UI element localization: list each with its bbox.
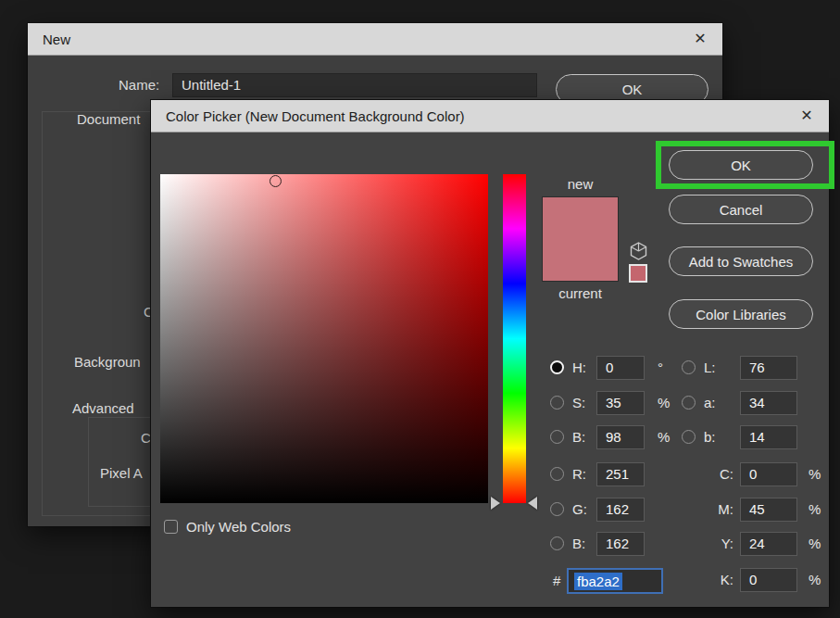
lab-b-input[interactable]: 14 xyxy=(740,425,797,449)
yellow-input[interactable]: 24 xyxy=(740,532,797,556)
lab-a-radio[interactable] xyxy=(682,396,696,410)
green-input[interactable]: 162 xyxy=(596,498,645,522)
hex-hash-label: # xyxy=(553,573,560,588)
lab-a-label: a: xyxy=(704,395,740,410)
black-field-row: K: 0 % xyxy=(682,567,821,592)
magenta-field-row: M: 45 % xyxy=(682,497,821,522)
color-picker-titlebar[interactable]: Color Picker (New Document Background Co… xyxy=(151,100,829,132)
blue-input[interactable]: 162 xyxy=(596,532,645,556)
red-radio[interactable] xyxy=(550,467,564,481)
black-unit: % xyxy=(809,572,821,587)
web-color-warning-cube-icon[interactable] xyxy=(630,242,647,260)
new-current-color-swatch[interactable] xyxy=(542,196,619,282)
color-picker-title: Color Picker (New Document Background Co… xyxy=(151,108,465,124)
only-web-colors-checkbox[interactable] xyxy=(164,520,178,534)
black-label: K: xyxy=(704,572,740,587)
magenta-unit: % xyxy=(809,501,821,517)
close-icon[interactable]: ✕ xyxy=(797,107,816,125)
blue-label: B: xyxy=(572,536,596,551)
add-to-swatches-button[interactable]: Add to Swatches xyxy=(669,246,813,276)
saturation-unit: % xyxy=(658,395,670,410)
swatch-current-label: current xyxy=(542,285,619,301)
saturation-field-row: S: 35 % xyxy=(550,390,670,415)
lab-l-field-row: L: 76 xyxy=(682,355,797,380)
yellow-field-row: Y: 24 % xyxy=(682,531,821,556)
lab-b-field-row: b: 14 xyxy=(682,424,797,449)
lab-a-field-row: a: 34 xyxy=(682,390,797,415)
color-field[interactable] xyxy=(160,174,488,503)
brightness-input[interactable]: 98 xyxy=(596,425,645,449)
name-label: Name: xyxy=(119,77,159,93)
background-contents-label: Backgroun xyxy=(74,354,141,370)
cyan-unit: % xyxy=(809,466,821,482)
red-label: R: xyxy=(572,466,596,482)
green-label: G: xyxy=(572,501,596,517)
hue-input[interactable]: 0 xyxy=(596,356,645,380)
lab-a-input[interactable]: 34 xyxy=(740,391,797,415)
photoshop-workspace: New ✕ Name: Untitled-1 OK Document C Bac… xyxy=(0,0,840,618)
black-input[interactable]: 0 xyxy=(740,568,797,592)
hue-slider-arrow-left-icon[interactable] xyxy=(491,497,500,510)
red-field-row: R: 251 xyxy=(550,461,658,486)
yellow-label: Y: xyxy=(704,536,740,551)
new-dialog-titlebar[interactable]: New ✕ xyxy=(28,23,722,56)
brightness-unit: % xyxy=(658,429,670,445)
cyan-field-row: C: 0 % xyxy=(682,461,821,486)
color-libraries-button[interactable]: Color Libraries xyxy=(669,299,813,329)
hue-radio[interactable] xyxy=(550,360,564,374)
new-dialog-title: New xyxy=(28,32,70,47)
cancel-button[interactable]: Cancel xyxy=(669,195,813,224)
saturation-input[interactable]: 35 xyxy=(596,391,645,415)
green-field-row: G: 162 xyxy=(550,497,658,522)
hue-slider[interactable] xyxy=(503,174,526,503)
color-profile-label: C xyxy=(141,430,151,446)
hue-slider-arrow-right-icon[interactable] xyxy=(528,497,537,510)
lab-l-input[interactable]: 76 xyxy=(740,356,797,380)
blue-field-row: B: 162 xyxy=(550,531,658,556)
magenta-input[interactable]: 45 xyxy=(740,498,797,522)
cyan-label: C: xyxy=(704,466,740,482)
blue-radio[interactable] xyxy=(550,536,564,550)
saturation-radio[interactable] xyxy=(550,396,564,410)
web-safe-color-swatch[interactable] xyxy=(629,264,647,283)
close-icon[interactable]: ✕ xyxy=(691,30,709,48)
red-input[interactable]: 251 xyxy=(596,462,645,486)
ok-button[interactable]: OK xyxy=(669,150,813,180)
advanced-label: Advanced xyxy=(72,400,134,416)
lab-l-radio[interactable] xyxy=(682,360,696,374)
pixel-aspect-ratio-label: Pixel A xyxy=(100,465,143,481)
yellow-unit: % xyxy=(809,536,821,551)
lab-l-label: L: xyxy=(704,359,740,375)
hue-label: H: xyxy=(572,359,596,375)
only-web-colors-label: Only Web Colors xyxy=(186,519,291,535)
green-radio[interactable] xyxy=(550,502,564,516)
hex-value-selected-text: fba2a2 xyxy=(574,573,622,590)
document-type-label: Document xyxy=(77,111,140,127)
brightness-label: B: xyxy=(572,429,596,445)
swatch-new-label: new xyxy=(542,176,619,192)
hue-unit: ° xyxy=(658,359,663,375)
color-picker-dialog: Color Picker (New Document Background Co… xyxy=(151,100,829,607)
hex-input[interactable]: fba2a2 xyxy=(567,568,663,594)
magenta-label: M: xyxy=(704,501,740,517)
hue-field-row: H: 0 ° xyxy=(550,355,663,380)
brightness-radio[interactable] xyxy=(550,430,564,444)
brightness-field-row: B: 98 % xyxy=(550,424,670,449)
cyan-input[interactable]: 0 xyxy=(740,462,797,486)
lab-b-radio[interactable] xyxy=(682,430,696,444)
name-input[interactable]: Untitled-1 xyxy=(172,73,537,97)
color-field-marker-icon[interactable] xyxy=(270,175,282,187)
saturation-label: S: xyxy=(572,395,596,410)
lab-b-label: b: xyxy=(704,429,740,445)
